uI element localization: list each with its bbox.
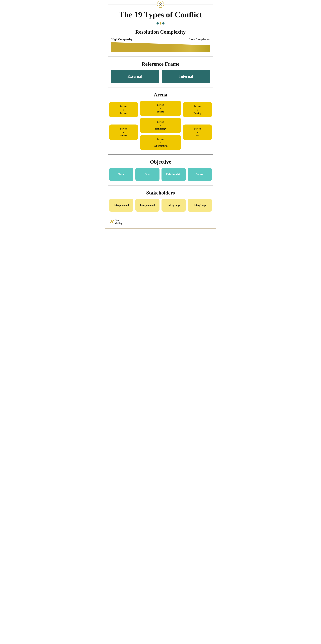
footer: ✕ Habit Writing [105, 216, 216, 226]
title-divider [105, 22, 216, 24]
reference-boxes: External Internal [111, 70, 210, 83]
objective-section: Objective Task Goal Relationship Value [105, 159, 216, 185]
stake-interpersonal: Interpersonal [135, 199, 160, 212]
reference-section: Reference Frame External Internal [105, 61, 216, 87]
low-complexity-label: Low Complexity [189, 38, 210, 41]
arena-person-destiny: PersonvDestiny [183, 102, 212, 117]
arena-grid: PersonvPerson PersonvNature PersonvSocie… [109, 100, 212, 150]
footer-x-icon: ✕ [109, 219, 113, 225]
arena-person-self: PersonvSelf [183, 124, 212, 140]
divider-1 [108, 56, 213, 57]
obj-task: Task [109, 168, 133, 181]
divider-4 [108, 185, 213, 186]
high-complexity-label: High Complexity [111, 38, 132, 41]
arena-title: Arena [109, 92, 212, 98]
obj-relationship: Relationship [162, 168, 186, 181]
arena-col-left: PersonvPerson PersonvNature [109, 100, 138, 140]
obj-goal: Goal [135, 168, 160, 181]
internal-box: Internal [162, 70, 210, 83]
page-title: The 19 Types of Conflict [105, 7, 216, 20]
diamond-teal2-icon [162, 22, 165, 24]
objective-boxes: Task Goal Relationship Value [109, 168, 212, 181]
diamond-teal-icon [156, 22, 159, 24]
arena-col-center: PersonvSociety PersonvTechnology Personv… [140, 100, 181, 150]
brand-line2: Writing [115, 222, 122, 224]
stake-intrapersonal: Intrapersonal [109, 199, 133, 212]
arena-person-person: PersonvPerson [109, 102, 138, 117]
divider-2 [108, 87, 213, 88]
arena-person-supernatural: PersonvSupernatural [140, 135, 181, 150]
obj-value: Value [188, 168, 212, 181]
objective-title: Objective [109, 159, 212, 165]
stakeholder-boxes: Intrapersonal Interpersonal Intragroup I… [109, 199, 212, 212]
arena-col-right: PersonvDestiny PersonvSelf [183, 100, 212, 140]
reference-title: Reference Frame [111, 61, 210, 67]
stake-intragroup: Intragroup [162, 199, 186, 212]
diamond-gold-icon [159, 22, 162, 24]
complexity-labels: High Complexity Low Complexity [111, 38, 210, 41]
logo-circle [157, 1, 164, 8]
stakeholders-section: Stakeholders Intrapersonal Interpersonal… [105, 190, 216, 216]
footer-logo: ✕ Habit Writing [109, 219, 122, 225]
stakeholders-title: Stakeholders [109, 190, 212, 196]
footer-brand-text: Habit Writing [115, 219, 122, 225]
external-box: External [111, 70, 159, 83]
arena-section: Arena PersonvPerson PersonvNature Person… [105, 92, 216, 154]
page-wrapper: The 19 Types of Conflict Resolution Comp… [105, 0, 216, 233]
resolution-title: Resolution Complexity [111, 29, 210, 35]
bottom-border [105, 228, 216, 228]
complexity-bar [111, 42, 210, 52]
arena-person-nature: PersonvNature [109, 124, 138, 140]
top-border [105, 2, 216, 7]
stake-intergroup: Intergroup [188, 199, 212, 212]
resolution-section: Resolution Complexity High Complexity Lo… [105, 29, 216, 56]
arena-person-technology: PersonvTechnology [140, 118, 181, 133]
arena-person-society: PersonvSociety [140, 100, 181, 116]
brand-line1: Habit [115, 219, 120, 222]
logo-icon [158, 2, 163, 6]
